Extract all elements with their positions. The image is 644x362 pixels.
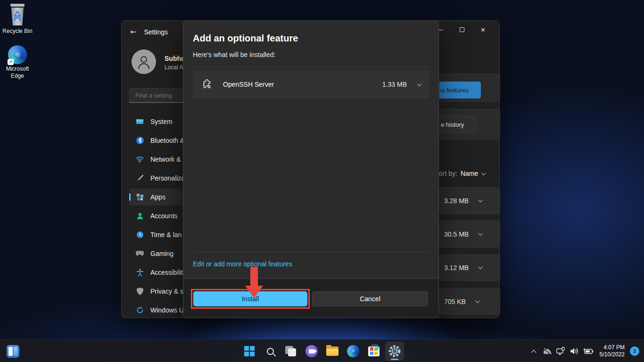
chevron-up-icon bbox=[531, 350, 536, 355]
maximize-button[interactable] bbox=[451, 23, 472, 37]
cancel-button[interactable]: Cancel bbox=[312, 291, 428, 306]
widgets-icon bbox=[7, 345, 19, 358]
app-size: 3.28 MB bbox=[444, 197, 469, 205]
app-size: 705 KB bbox=[444, 298, 466, 305]
sidebar-item-gaming[interactable]: Gaming bbox=[129, 245, 184, 262]
separator bbox=[193, 66, 430, 67]
maximize-icon bbox=[460, 27, 464, 32]
onedrive-tray-button[interactable] bbox=[542, 346, 553, 356]
feature-row-openssh-server[interactable]: OpenSSH Server 1.33 MB bbox=[193, 70, 430, 99]
gear-icon bbox=[388, 345, 401, 357]
features-card: w features bbox=[439, 74, 500, 102]
battery-tray-button[interactable] bbox=[583, 346, 594, 356]
recycle-bin-icon bbox=[8, 3, 27, 26]
system-icon bbox=[136, 118, 144, 126]
sidebar-item-system[interactable]: System bbox=[129, 113, 184, 130]
tray-expand-button[interactable] bbox=[528, 346, 539, 356]
chevron-down-icon[interactable] bbox=[478, 197, 483, 202]
notification-badge[interactable]: 3 bbox=[630, 346, 639, 356]
sidebar-item-accounts[interactable]: Accounts bbox=[129, 207, 184, 224]
apps-icon bbox=[136, 193, 144, 201]
volume-tray-button[interactable] bbox=[570, 346, 580, 356]
sort-by-value: Name bbox=[461, 170, 478, 177]
brush-icon bbox=[136, 174, 144, 182]
back-icon[interactable]: ← bbox=[130, 27, 136, 36]
sidebar-item-personalization[interactable]: Personaliza bbox=[129, 170, 184, 187]
search-input[interactable] bbox=[130, 89, 184, 102]
app-row[interactable]: 705 KB bbox=[439, 288, 500, 315]
avatar[interactable] bbox=[132, 49, 156, 74]
start-button[interactable] bbox=[240, 342, 259, 361]
feature-name: OpenSSH Server bbox=[223, 81, 274, 88]
settings-button[interactable] bbox=[385, 342, 404, 361]
accounts-icon bbox=[136, 212, 144, 220]
gamepad-icon bbox=[136, 250, 144, 258]
see-history-button[interactable]: e history bbox=[439, 116, 476, 133]
search-icon bbox=[267, 348, 274, 355]
chevron-down-icon[interactable] bbox=[478, 264, 483, 269]
add-optional-feature-dialog: Add an optional feature Here's what will… bbox=[183, 20, 439, 318]
app-row[interactable]: 3.12 MB bbox=[439, 254, 500, 281]
app-row[interactable]: 3.28 MB bbox=[439, 187, 500, 214]
sidebar-item-bluetooth[interactable]: Bluetooth & bbox=[129, 132, 184, 149]
chevron-down-icon[interactable] bbox=[475, 298, 480, 303]
person-icon bbox=[136, 54, 152, 70]
view-features-button[interactable]: w features bbox=[439, 82, 481, 99]
dialog-title: Add an optional feature bbox=[193, 33, 298, 44]
tray-date: 5/10/2022 bbox=[600, 351, 625, 358]
shortcut-arrow-icon: ↗ bbox=[8, 59, 14, 65]
clock-icon bbox=[136, 231, 144, 239]
battery-charging-icon bbox=[583, 348, 594, 354]
chevron-down-icon[interactable] bbox=[417, 82, 422, 86]
microsoft-store-button[interactable] bbox=[364, 342, 383, 361]
chat-button[interactable] bbox=[302, 342, 321, 361]
feature-puzzle-icon bbox=[201, 79, 213, 90]
edge-icon: ↗ bbox=[8, 45, 27, 64]
update-icon bbox=[136, 306, 144, 314]
folder-icon bbox=[326, 346, 339, 356]
user-name: Subha bbox=[165, 55, 185, 62]
wifi-icon bbox=[136, 156, 144, 164]
widgets-button[interactable] bbox=[7, 344, 25, 359]
network-tray-button[interactable] bbox=[556, 346, 566, 356]
edge-button[interactable] bbox=[344, 342, 363, 361]
task-view-icon bbox=[281, 342, 300, 361]
desktop-icon-microsoft-edge[interactable]: ↗ Microsoft Edge bbox=[0, 45, 35, 80]
user-account-type: Local A bbox=[165, 64, 183, 71]
bluetooth-icon bbox=[136, 137, 144, 145]
desktop-icon-label: Microsoft Edge bbox=[0, 66, 35, 80]
accessibility-icon bbox=[136, 269, 144, 277]
sidebar-nav: System Bluetooth & Network & Personaliza… bbox=[129, 113, 184, 321]
task-view-button[interactable] bbox=[281, 342, 300, 361]
sidebar-item-accessibility[interactable]: Accessibilit bbox=[129, 264, 184, 281]
separator bbox=[193, 252, 430, 252]
shield-icon bbox=[136, 288, 144, 296]
close-icon: ✕ bbox=[480, 27, 486, 33]
chevron-down-icon[interactable] bbox=[478, 231, 483, 236]
dialog-subtitle: Here's what will be installed: bbox=[193, 51, 275, 58]
history-card: e history bbox=[439, 109, 500, 140]
file-explorer-button[interactable] bbox=[323, 342, 342, 361]
close-button[interactable]: ✕ bbox=[472, 23, 494, 37]
clock[interactable]: 4:07 PM 5/10/2022 bbox=[600, 344, 625, 358]
sort-by-label: ort by: bbox=[439, 170, 457, 177]
app-row[interactable]: 30.5 MB bbox=[439, 221, 500, 247]
sidebar-item-network[interactable]: Network & bbox=[129, 151, 184, 168]
chevron-down-icon bbox=[481, 171, 486, 175]
search-box[interactable] bbox=[129, 88, 184, 103]
edit-optional-features-link[interactable]: Edit or add more optional features bbox=[193, 260, 292, 268]
sidebar-item-apps[interactable]: Apps bbox=[129, 189, 184, 206]
sidebar-item-windows-update[interactable]: Windows U bbox=[129, 302, 184, 319]
desktop-icon-recycle-bin[interactable]: Recycle Bin bbox=[0, 3, 35, 35]
windows-logo-icon bbox=[244, 346, 255, 356]
edge-icon bbox=[347, 345, 359, 357]
desktop-icon-label: Recycle Bin bbox=[0, 28, 35, 35]
sidebar-item-time-language[interactable]: Time & lan bbox=[129, 226, 184, 243]
sort-by-dropdown[interactable]: ort by: Name bbox=[439, 170, 485, 177]
speaker-icon bbox=[570, 347, 579, 355]
taskbar-search-button[interactable] bbox=[261, 342, 280, 361]
app-size: 3.12 MB bbox=[444, 264, 469, 272]
tray-time: 4:07 PM bbox=[600, 344, 625, 351]
dialog-footer: Install Cancel bbox=[183, 279, 438, 318]
sidebar-item-privacy[interactable]: Privacy & s bbox=[129, 283, 184, 300]
